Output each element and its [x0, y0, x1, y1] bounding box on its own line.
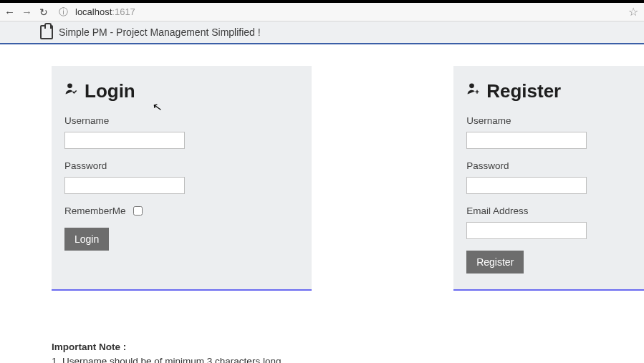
note-title: Important Note : — [52, 341, 644, 354]
user-check-icon — [64, 82, 79, 100]
login-heading: Login — [64, 80, 299, 102]
register-panel: Register Username Password Email Address… — [453, 66, 644, 291]
bookmark-star-icon[interactable]: ☆ — [628, 5, 638, 19]
login-heading-text: Login — [85, 80, 135, 102]
remember-me-checkbox[interactable] — [133, 206, 143, 216]
browser-address-bar: ← → ↻ ⓘ localhost:1617 ☆ — [0, 3, 644, 21]
register-email-label: Email Address — [466, 205, 644, 216]
register-password-input[interactable] — [466, 177, 587, 194]
note-line-1: 1. Username should be of minimum 3 chara… — [52, 355, 644, 363]
back-icon[interactable]: ← — [4, 6, 14, 18]
register-email-input[interactable] — [466, 222, 587, 239]
register-username-input[interactable] — [466, 132, 587, 149]
important-note: Important Note : 1. Username should be o… — [52, 341, 644, 363]
login-username-label: Username — [64, 115, 299, 126]
register-heading: Register — [466, 80, 644, 102]
svg-point-0 — [67, 84, 72, 89]
url-port: :1617 — [112, 6, 135, 17]
login-panel: Login Username Password RememberMe Login — [52, 66, 312, 291]
user-plus-icon — [466, 82, 481, 100]
app-logo-icon — [40, 25, 53, 39]
app-title: Simple PM - Project Management Simplifie… — [59, 26, 261, 38]
register-button[interactable]: Register — [466, 251, 524, 274]
register-password-label: Password — [466, 160, 644, 171]
register-username-label: Username — [466, 115, 644, 126]
svg-point-1 — [469, 84, 474, 89]
login-button[interactable]: Login — [64, 228, 109, 251]
register-heading-text: Register — [486, 80, 561, 102]
forward-icon[interactable]: → — [21, 6, 32, 18]
remember-me-row: RememberMe — [64, 205, 299, 216]
remember-me-label: RememberMe — [64, 205, 126, 216]
login-username-input[interactable] — [64, 132, 185, 149]
reload-icon[interactable]: ↻ — [39, 6, 49, 18]
login-password-label: Password — [64, 160, 299, 171]
app-title-bar: Simple PM - Project Management Simplifie… — [0, 21, 644, 44]
main-content: Login Username Password RememberMe Login… — [0, 44, 644, 291]
url-host: localhost — [75, 6, 112, 17]
globe-icon: ⓘ — [59, 6, 68, 19]
login-password-input[interactable] — [64, 177, 185, 194]
url-text[interactable]: localhost:1617 — [75, 6, 135, 17]
